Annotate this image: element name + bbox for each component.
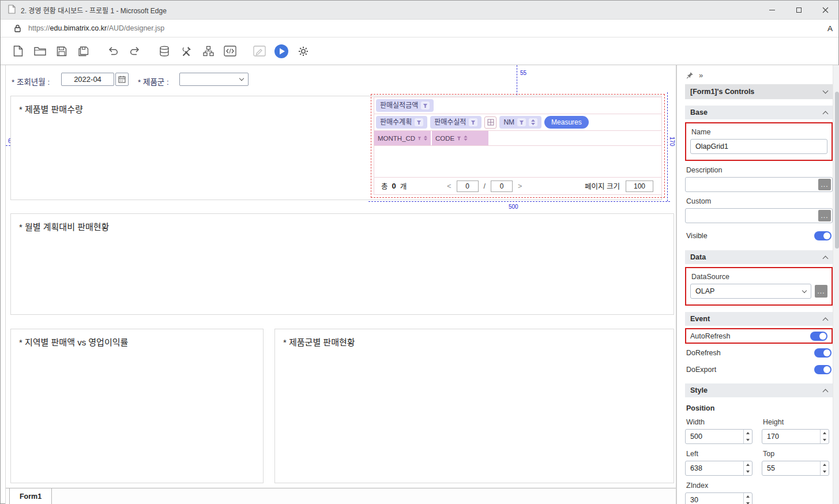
spin-down-icon[interactable] — [746, 471, 750, 473]
sitemap-button[interactable] — [200, 43, 217, 60]
database-button[interactable] — [156, 43, 173, 60]
width-spinner[interactable] — [685, 429, 753, 444]
spin-up-icon[interactable] — [823, 464, 826, 466]
name-input[interactable] — [690, 139, 827, 154]
top-input[interactable] — [762, 461, 820, 475]
minimize-button[interactable] — [759, 1, 785, 19]
section-event[interactable]: Event — [685, 312, 833, 326]
open-folder-button[interactable] — [31, 43, 48, 60]
total-pages-input[interactable] — [491, 180, 513, 192]
filter-icon[interactable] — [457, 136, 461, 141]
row-field-cell[interactable]: CODE — [432, 131, 490, 145]
value-field-pill[interactable]: 판매실적금액 — [376, 99, 434, 112]
spin-up-icon[interactable] — [823, 432, 826, 434]
description-input[interactable] — [685, 177, 833, 192]
address-bar[interactable]: https://edu.bimatrix.co.kr/AUD/designer.… — [1, 20, 838, 37]
nm-field-pill[interactable]: NM — [499, 116, 541, 129]
next-page-button[interactable]: > — [518, 182, 522, 190]
save-all-button[interactable] — [75, 43, 92, 60]
custom-input[interactable] — [685, 208, 833, 223]
grid-layout-button[interactable] — [484, 116, 496, 129]
column-field-pill[interactable]: 판매수실적 — [430, 116, 481, 129]
filter-icon[interactable] — [517, 118, 526, 126]
current-page-input[interactable] — [457, 180, 479, 192]
measures-pill[interactable]: Measures — [544, 116, 589, 129]
olap-grid-body — [374, 146, 661, 177]
read-aloud-icon[interactable]: A — [827, 24, 833, 33]
code-editor-button[interactable] — [221, 43, 239, 60]
edit-button[interactable] — [251, 43, 268, 60]
filter-icon[interactable] — [417, 136, 422, 141]
position-grid: Width Height Left — [685, 412, 833, 504]
spinner-buttons[interactable] — [743, 430, 752, 443]
row-field-cell[interactable]: MONTH_CD — [374, 131, 432, 145]
filter-icon[interactable] — [421, 101, 430, 110]
close-button[interactable] — [812, 1, 838, 19]
spin-down-icon[interactable] — [746, 439, 750, 441]
tools-icon — [180, 46, 192, 57]
section-data[interactable]: Data — [685, 250, 833, 264]
calendar-button[interactable] — [115, 73, 129, 86]
spinner-buttons[interactable] — [743, 493, 752, 504]
sort-icon[interactable] — [464, 136, 468, 141]
olap-grid-control[interactable]: 판매실적금액 판매수계획 판매수실적 NM — [374, 97, 662, 195]
pin-icon[interactable] — [686, 72, 694, 79]
description-browse-button[interactable]: ... — [818, 179, 831, 190]
settings-button[interactable] — [295, 43, 312, 60]
zindex-spinner[interactable] — [685, 492, 753, 504]
autorefresh-toggle[interactable] — [810, 332, 827, 341]
url-text[interactable]: https://edu.bimatrix.co.kr/AUD/designer.… — [28, 24, 164, 32]
date-input[interactable] — [61, 73, 114, 86]
panel-product-group-sales[interactable]: * 제품군별 판매현황 — [274, 329, 674, 483]
scrollbar[interactable] — [833, 65, 839, 504]
spin-up-icon[interactable] — [746, 495, 750, 498]
height-spinner[interactable] — [762, 429, 829, 444]
spin-down-icon[interactable] — [823, 471, 826, 473]
controls-dropdown[interactable]: [Form1]'s Controls — [685, 84, 833, 99]
width-input[interactable] — [686, 430, 743, 443]
maximize-button[interactable] — [785, 1, 812, 19]
save-button[interactable] — [53, 43, 70, 60]
visible-toggle[interactable] — [814, 231, 832, 240]
panel-region-sales-vs-profit[interactable]: * 지역별 판매액 vs 영업이익률 — [10, 329, 264, 483]
tab-form1[interactable]: Form1 — [9, 488, 52, 504]
datasource-select[interactable]: OLAP — [690, 284, 811, 299]
filter-icon[interactable] — [469, 118, 477, 126]
sort-icon[interactable] — [529, 118, 537, 126]
undo-button[interactable] — [104, 43, 122, 60]
left-input[interactable] — [686, 461, 743, 475]
column-field-pill[interactable]: 판매수계획 — [376, 116, 427, 129]
selection-right-guide — [667, 92, 668, 201]
run-button[interactable] — [273, 43, 290, 60]
scrollbar-thumb[interactable] — [835, 92, 839, 249]
collapse-panel-icon[interactable]: » — [699, 72, 703, 79]
tools-button[interactable] — [178, 43, 195, 60]
doexport-toggle[interactable] — [814, 365, 832, 374]
height-input[interactable] — [762, 430, 820, 443]
spin-down-icon[interactable] — [823, 439, 826, 441]
section-base[interactable]: Base — [685, 106, 833, 119]
section-style[interactable]: Style — [685, 383, 833, 397]
custom-browse-button[interactable]: ... — [818, 210, 831, 221]
lock-icon[interactable] — [14, 24, 21, 32]
field-label: CODE — [435, 135, 454, 142]
product-select[interactable] — [179, 73, 249, 86]
datasource-browse-button[interactable]: ... — [815, 285, 827, 298]
filter-icon[interactable] — [415, 118, 423, 126]
spinner-buttons[interactable] — [820, 430, 829, 443]
spin-up-icon[interactable] — [746, 432, 750, 434]
left-spinner[interactable] — [685, 461, 753, 476]
page-size-input[interactable] — [626, 180, 653, 192]
design-canvas[interactable]: * 조회년월 : * 제품군 : 55 638 * 제품별 판매수량 * 월별 … — [5, 65, 676, 504]
spinner-buttons[interactable] — [743, 461, 752, 475]
top-spinner[interactable] — [762, 461, 829, 476]
spin-up-icon[interactable] — [746, 464, 750, 466]
redo-button[interactable] — [126, 43, 144, 60]
dorefresh-toggle[interactable] — [814, 348, 832, 358]
prev-page-button[interactable]: < — [447, 182, 451, 190]
zindex-input[interactable] — [686, 493, 743, 504]
spinner-buttons[interactable] — [820, 461, 829, 475]
sort-icon[interactable] — [424, 136, 427, 141]
panel-monthly-plan-vs-sales[interactable]: * 월별 계획대비 판매현황 — [10, 213, 674, 315]
new-document-button[interactable] — [9, 43, 27, 60]
